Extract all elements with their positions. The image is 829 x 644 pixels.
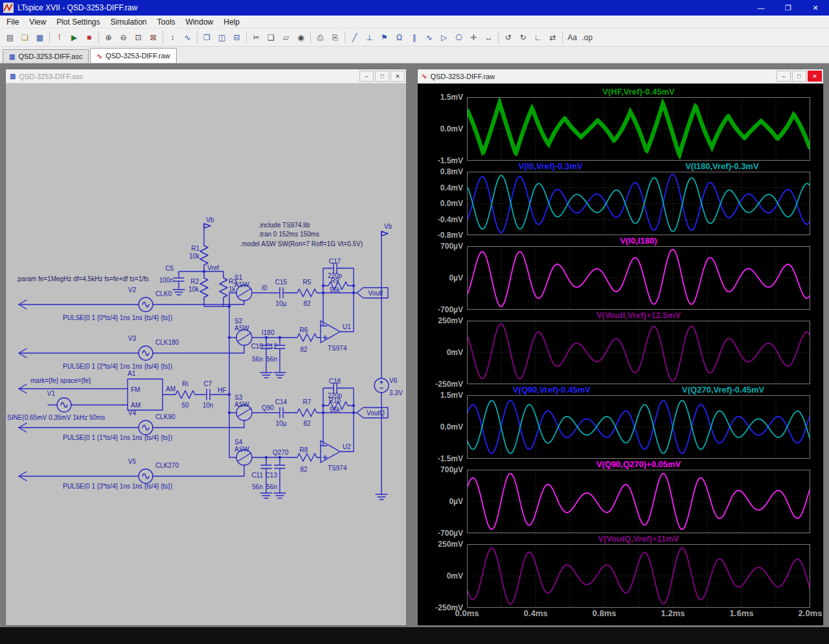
close-button[interactable]: ✕ [808, 71, 822, 82]
trace-label[interactable]: V(VoutQ,Vref)+11mV [598, 534, 679, 544]
diode-button[interactable]: ▷ [437, 30, 451, 45]
menu-window[interactable]: Window [181, 16, 219, 28]
capacitor-button[interactable]: ∥ [407, 30, 422, 45]
trace-label[interactable]: V(I0,I180) [620, 236, 657, 246]
maximize-button[interactable]: □ [375, 71, 389, 82]
minimize-button[interactable]: – [359, 71, 374, 82]
menu-view[interactable]: View [24, 16, 51, 28]
schematic-canvas[interactable]: VbVbR110kVrefC5100nR210kR31k.include TS9… [6, 84, 405, 624]
ground-symbol[interactable] [274, 373, 286, 378]
resistor-R7[interactable] [295, 409, 319, 417]
plot-pane[interactable] [467, 97, 810, 161]
resistor-R2[interactable] [200, 275, 208, 300]
menu-file[interactable]: File [1, 16, 24, 28]
new-schematic-button[interactable]: ▤ [3, 30, 17, 45]
capacitor-C7[interactable] [201, 389, 215, 400]
resistor-Ri[interactable] [173, 391, 198, 398]
trace-label[interactable]: V(I180,Vref)-0.3mV [685, 161, 758, 171]
spice-directive-button[interactable]: .op [580, 30, 595, 45]
minimize-button[interactable]: — [747, 0, 775, 16]
capacitor-C14[interactable] [275, 408, 288, 418]
run-button[interactable]: ▶ [67, 30, 82, 45]
ground-button[interactable]: ⊥ [362, 30, 377, 45]
resistor-R3[interactable] [220, 275, 227, 300]
menu-tools[interactable]: Tools [152, 16, 181, 28]
autorange-y-button[interactable]: ↕ [165, 30, 180, 45]
zoom-area-button[interactable]: ⊡ [131, 30, 146, 45]
cascade-windows-button[interactable]: ❒ [199, 30, 214, 45]
component-button[interactable]: ⎔ [451, 30, 466, 45]
source-V2-CLK0[interactable] [139, 297, 153, 312]
plot-settings-button[interactable]: ∿ [180, 30, 195, 45]
plot-pane[interactable] [467, 321, 810, 384]
draw-wire-button[interactable]: ╱ [347, 30, 362, 45]
tile-horizontally-button[interactable]: ⊟ [229, 30, 244, 45]
redo-button[interactable]: ↻ [516, 30, 530, 45]
zoom-out-button[interactable]: ⊖ [116, 30, 131, 45]
source-V3-CLK180[interactable] [139, 346, 153, 360]
app-titlebar[interactable]: LTspice XVII - QSD-3253-DIFF.raw —❐✕ [0, 0, 829, 16]
source-V6-3v3[interactable] [374, 378, 389, 393]
plot-pane[interactable] [467, 544, 810, 608]
mirror-button[interactable]: ⇄ [545, 30, 560, 45]
trace-label[interactable]: V(I0,Vref)-0.3mV [518, 161, 582, 171]
halt-button[interactable]: ■ [82, 30, 97, 45]
power-flag-vb-left[interactable] [204, 224, 210, 228]
copy-button[interactable]: ❑ [264, 30, 278, 45]
capacitor-C15[interactable] [275, 288, 288, 298]
close-button[interactable]: ✕ [391, 71, 405, 82]
trace-label[interactable]: V(Q270,Vref)-0.45mV [682, 385, 764, 395]
restore-button[interactable]: ❐ [775, 0, 802, 16]
power-flag-vb-right[interactable] [381, 231, 388, 236]
tab-QSD-3253-DIFF.asc[interactable]: ▥QSD-3253-DIFF.asc [3, 49, 89, 63]
zoom-in-button[interactable]: ⊕ [101, 30, 116, 45]
rotate-button[interactable]: ∟ [530, 30, 545, 45]
maximize-button[interactable]: □ [792, 71, 806, 82]
capacitor-C5[interactable] [174, 273, 184, 286]
undo-button[interactable]: ↺ [501, 30, 516, 45]
drag-button[interactable]: ↔ [481, 30, 496, 45]
print-button[interactable]: ⎙ [313, 30, 328, 45]
tile-vertically-button[interactable]: ◫ [214, 30, 229, 45]
net-label-button[interactable]: ⚑ [377, 30, 392, 45]
open-file-button[interactable]: ❏ [17, 30, 32, 45]
trace-label[interactable]: V(Q90,Q270)+0.05mV [596, 459, 681, 469]
paste-button[interactable]: ▱ [278, 30, 293, 45]
source-V4-CLK90[interactable] [139, 420, 153, 435]
trace-label[interactable]: V(Q90,Vref)-0.45mV [513, 385, 591, 395]
tab-QSD-3253-DIFF.raw[interactable]: ∿QSD-3253-DIFF.raw [90, 48, 176, 63]
inductor-button[interactable]: ∿ [422, 30, 437, 45]
source-V5-CLK270[interactable] [139, 469, 153, 483]
ground-symbol[interactable] [173, 290, 185, 295]
find-button[interactable]: ◉ [293, 30, 308, 45]
print-preview-button[interactable]: ⎘ [328, 30, 343, 45]
resistor-R5[interactable] [295, 289, 319, 297]
source-V1-sine[interactable] [57, 398, 71, 412]
menu-help[interactable]: Help [218, 16, 245, 28]
plot-pane[interactable] [467, 395, 810, 459]
ground-symbol[interactable] [274, 493, 286, 498]
ground-symbol[interactable] [376, 494, 387, 500]
move-button[interactable]: ✛ [466, 30, 481, 45]
ground-symbol[interactable] [260, 373, 272, 378]
waveform-window-titlebar[interactable]: ∿ QSD-3253-DIFF.raw –□✕ [418, 69, 823, 84]
cut-button[interactable]: ✂ [249, 30, 264, 45]
trace-label[interactable]: V(HF,Vref)-0.45mV [602, 87, 674, 97]
resistor-button[interactable]: Ω [392, 30, 407, 45]
probe-button[interactable]: ⊺ [52, 30, 67, 45]
minimize-button[interactable]: – [777, 71, 791, 82]
zoom-fit-button[interactable]: ⊠ [146, 30, 161, 45]
close-button[interactable]: ✕ [802, 0, 829, 16]
text-button[interactable]: Aa [565, 30, 580, 45]
resistor-R8[interactable] [295, 454, 319, 461]
plot-pane[interactable] [467, 246, 810, 310]
ground-symbol[interactable] [260, 493, 272, 498]
switch-S2[interactable] [236, 330, 252, 345]
save-button[interactable]: ▦ [32, 30, 47, 45]
plot-pane[interactable] [467, 172, 810, 235]
trace-label[interactable]: V(VoutI,Vref)+12.5mV [596, 310, 681, 320]
menu-simulation[interactable]: Simulation [106, 16, 152, 28]
resistor-R6[interactable] [295, 334, 319, 341]
menu-plot-settings[interactable]: Plot Settings [51, 16, 105, 28]
plot-pane[interactable] [467, 470, 810, 533]
